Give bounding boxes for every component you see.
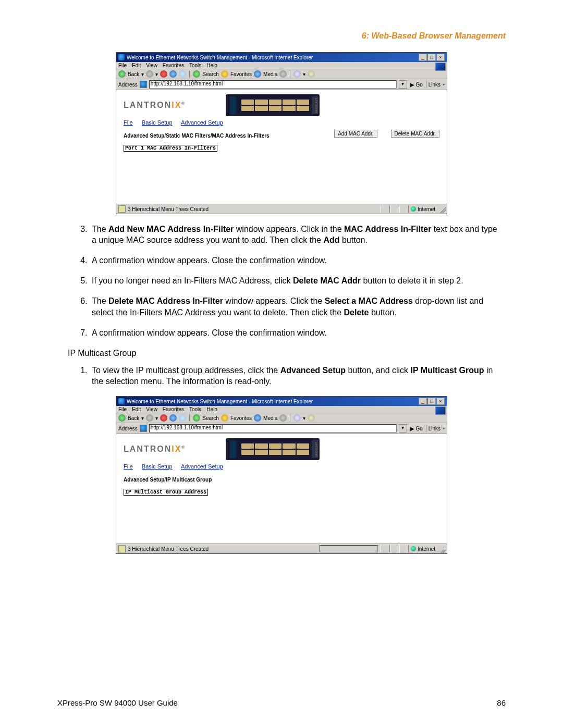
bold-text: Advanced Setup	[280, 366, 346, 375]
back-label[interactable]: Back	[128, 71, 139, 77]
close-button[interactable]: ×	[436, 398, 445, 405]
search-label[interactable]: Search	[202, 415, 219, 421]
forward-icon[interactable]	[146, 70, 153, 78]
bold-text: Add New MAC Address In-Filter	[108, 225, 234, 233]
back-icon[interactable]	[118, 414, 126, 422]
separator	[290, 70, 290, 78]
media-icon[interactable]	[254, 414, 261, 422]
nav-file-link[interactable]: File	[124, 119, 133, 126]
mail-icon[interactable]	[293, 414, 301, 422]
links-label[interactable]: Links	[429, 426, 440, 431]
dropdown-arrow-icon[interactable]: ▾	[155, 415, 158, 421]
page-footer: XPress-Pro SW 94000 User Guide 86	[57, 698, 506, 707]
text: To view the IP multicast group addresses…	[92, 366, 280, 375]
step-3: The Add New MAC Address In-Filter window…	[90, 224, 500, 245]
search-icon[interactable]	[193, 414, 200, 422]
print-icon[interactable]	[308, 70, 315, 78]
progress-bar	[320, 545, 378, 552]
ie-throbber-icon	[435, 406, 446, 415]
maximize-button[interactable]: □	[427, 54, 436, 61]
links-label[interactable]: Links	[429, 82, 440, 88]
menu-file[interactable]: File	[118, 63, 127, 68]
address-dropdown-icon[interactable]: ▾	[399, 424, 407, 433]
dropdown-arrow-icon[interactable]: ▾	[303, 71, 305, 77]
text: button to delete it in step 2.	[361, 276, 463, 285]
delete-mac-addr-button[interactable]: Delete MAC Addr.	[391, 130, 439, 138]
steps-list-2: To view the IP multicast group addresses…	[68, 365, 500, 387]
address-input[interactable]: http://192.168.1.10/frames.html	[149, 80, 397, 89]
dropdown-arrow-icon[interactable]: ▾	[303, 415, 305, 421]
menu-tools[interactable]: Tools	[189, 63, 201, 68]
address-dropdown-icon[interactable]: ▾	[399, 80, 407, 89]
maximize-button[interactable]: □	[427, 398, 436, 405]
text: If you no longer need an In-Filters MAC …	[92, 276, 293, 285]
refresh-icon[interactable]	[169, 70, 177, 78]
mail-icon[interactable]	[293, 70, 301, 78]
step-7: A confirmation window appears. Close the…	[90, 327, 500, 338]
home-icon[interactable]	[179, 70, 186, 78]
media-icon[interactable]	[254, 70, 261, 78]
bold-text: Select a MAC Address	[325, 297, 413, 305]
history-icon[interactable]	[279, 414, 287, 422]
dropdown-arrow-icon[interactable]: ▾	[141, 415, 144, 421]
favorites-icon[interactable]	[221, 414, 228, 422]
page-nav: File Basic Setup Advanced Setup	[124, 463, 439, 470]
status-icon	[118, 545, 126, 552]
menu-edit[interactable]: Edit	[132, 406, 141, 412]
favorites-icon[interactable]	[221, 70, 228, 78]
home-icon[interactable]	[179, 414, 186, 422]
ip-multicast-group-label: IP Multicast Group Address	[124, 489, 208, 496]
dropdown-arrow-icon[interactable]: ▾	[155, 71, 158, 77]
nav-file-link[interactable]: File	[124, 463, 133, 470]
stop-icon[interactable]	[160, 70, 167, 78]
minimize-button[interactable]: _	[419, 398, 427, 405]
favorites-label[interactable]: Favorites	[230, 71, 252, 77]
close-button[interactable]: ×	[436, 54, 445, 61]
favorites-label[interactable]: Favorites	[230, 415, 252, 421]
media-label[interactable]: Media	[263, 71, 277, 77]
menu-favorites[interactable]: Favorites	[163, 406, 184, 412]
menu-view[interactable]: View	[146, 63, 157, 68]
page-icon	[140, 425, 147, 432]
menu-edit[interactable]: Edit	[132, 63, 141, 68]
text: The	[92, 225, 108, 233]
links-expand-icon[interactable]: »	[443, 83, 445, 87]
go-button[interactable]: ▶ Go	[409, 82, 424, 88]
address-label: Address	[118, 426, 138, 431]
address-label: Address	[118, 82, 138, 88]
text: window appears. Click in the	[234, 225, 344, 233]
media-label[interactable]: Media	[263, 415, 277, 421]
menu-tools[interactable]: Tools	[189, 406, 201, 412]
bold-text: Add	[323, 236, 339, 244]
add-mac-addr-button[interactable]: Add MAC Addr.	[334, 130, 377, 138]
go-button[interactable]: ▶ Go	[409, 426, 424, 431]
menu-help[interactable]: Help	[206, 406, 217, 412]
minimize-button[interactable]: _	[419, 54, 427, 61]
status-pane	[399, 205, 409, 213]
stop-icon[interactable]	[160, 414, 167, 422]
back-label[interactable]: Back	[128, 415, 139, 421]
nav-advanced-setup-link[interactable]: Advanced Setup	[181, 119, 223, 126]
ie-status-bar: 3 Hierarchical Menu Trees Created Intern…	[116, 204, 447, 214]
refresh-icon[interactable]	[169, 414, 177, 422]
back-icon[interactable]	[118, 70, 126, 78]
address-input[interactable]: http://192.168.1.10/frames.html	[149, 424, 397, 433]
nav-basic-setup-link[interactable]: Basic Setup	[142, 463, 173, 470]
print-icon[interactable]	[308, 414, 315, 422]
nav-basic-setup-link[interactable]: Basic Setup	[142, 119, 173, 126]
links-expand-icon[interactable]: »	[443, 427, 445, 430]
nav-advanced-setup-link[interactable]: Advanced Setup	[181, 463, 223, 470]
history-icon[interactable]	[279, 70, 287, 78]
menu-favorites[interactable]: Favorites	[163, 63, 184, 68]
resize-grip-icon[interactable]	[440, 547, 446, 553]
step-1b: To view the IP multicast group addresses…	[90, 365, 500, 387]
dropdown-arrow-icon[interactable]: ▾	[141, 71, 144, 77]
resize-grip-icon[interactable]	[440, 207, 446, 213]
search-icon[interactable]	[193, 70, 200, 78]
menu-file[interactable]: File	[118, 406, 127, 412]
search-label[interactable]: Search	[202, 71, 219, 77]
forward-icon[interactable]	[146, 414, 153, 422]
menu-help[interactable]: Help	[206, 63, 217, 68]
status-icon	[118, 205, 126, 213]
menu-view[interactable]: View	[146, 406, 157, 412]
